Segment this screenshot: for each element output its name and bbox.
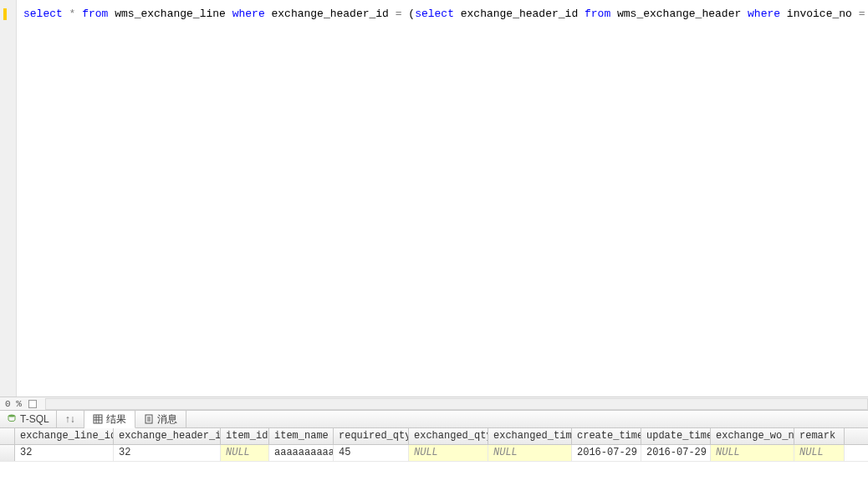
lang-indicator[interactable]: T-SQL — [0, 411, 57, 427]
column-header[interactable]: exchanged_qty — [409, 428, 488, 444]
table-cell[interactable]: NULL — [221, 445, 269, 461]
sql-text-line[interactable]: select * from wms_exchange_line where ex… — [23, 8, 868, 21]
sql-token: wms_exchange_header — [610, 8, 748, 20]
sql-token: select — [23, 8, 63, 20]
table-cell[interactable]: NULL — [488, 445, 572, 461]
grid-header-row: exchange_line_idexchange_header_iditem_i… — [0, 428, 868, 445]
sql-token: exchange_header_id — [265, 8, 396, 20]
row-handle[interactable] — [0, 445, 15, 461]
column-header[interactable]: exchanged_time — [488, 428, 572, 444]
table-cell[interactable]: 32 — [114, 445, 221, 461]
sql-token: exchange_header_id — [454, 8, 585, 20]
zoom-level: 0 % — [0, 399, 27, 409]
table-cell[interactable]: 2016-07-29 — [572, 445, 641, 461]
sql-token: = — [396, 8, 409, 20]
results-grid[interactable]: exchange_line_idexchange_header_iditem_i… — [0, 428, 868, 462]
db-icon — [7, 413, 17, 426]
svg-rect-1 — [94, 415, 102, 423]
lang-label: T-SQL — [20, 413, 49, 425]
table-cell[interactable]: aaaaaaaaaa — [269, 445, 334, 461]
sql-token: invoice_no — [780, 8, 859, 20]
grid-icon — [93, 414, 103, 424]
grid-body: 3232NULLaaaaaaaaaa45NULLNULL2016-07-2920… — [0, 445, 868, 462]
table-cell[interactable]: NULL — [409, 445, 488, 461]
sql-token: = — [859, 8, 868, 20]
column-header[interactable]: exchange_line_id — [15, 428, 114, 444]
sql-token: select — [415, 8, 454, 20]
table-cell[interactable]: 2016-07-29 — [641, 445, 711, 461]
sql-token: wms_exchange_line — [108, 8, 232, 20]
editor-status-bar: 0 % — [0, 396, 868, 410]
table-cell[interactable]: NULL — [794, 445, 845, 461]
column-header[interactable]: item_name — [269, 428, 334, 444]
sort-indicator[interactable]: ↑↓ — [57, 411, 84, 427]
results-tabs: T-SQL ↑↓ 结果 消息 — [0, 410, 868, 428]
column-header[interactable]: required_qty — [334, 428, 409, 444]
column-header[interactable]: remark — [794, 428, 845, 444]
sort-arrows: ↑↓ — [65, 413, 75, 425]
tab-messages-label: 消息 — [157, 412, 177, 427]
column-header[interactable]: item_id — [221, 428, 269, 444]
svg-point-0 — [8, 414, 15, 417]
sql-token: from — [585, 8, 610, 20]
table-cell[interactable]: NULL — [711, 445, 794, 461]
table-row[interactable]: 3232NULLaaaaaaaaaa45NULLNULL2016-07-2920… — [0, 445, 868, 462]
line-marker — [3, 8, 7, 20]
tab-messages[interactable]: 消息 — [135, 411, 186, 427]
sql-token: where — [748, 8, 780, 20]
corner-handle[interactable] — [0, 428, 15, 444]
column-header[interactable]: exchange_header_id — [114, 428, 221, 444]
sql-token: * — [63, 8, 82, 20]
tab-results-label: 结果 — [106, 412, 126, 427]
table-cell[interactable]: 32 — [15, 445, 114, 461]
page-icon — [144, 414, 154, 424]
column-header[interactable]: exchange_wo_no — [711, 428, 794, 444]
sql-editor[interactable]: select * from wms_exchange_line where ex… — [0, 0, 868, 410]
zoom-slider-handle[interactable] — [28, 400, 37, 408]
sql-token: where — [232, 8, 265, 20]
table-cell[interactable]: 45 — [334, 445, 409, 461]
horizontal-scrollbar[interactable] — [45, 398, 868, 410]
sql-token: ( — [408, 8, 415, 20]
editor-gutter — [0, 0, 17, 410]
sql-token: from — [82, 8, 108, 20]
column-header[interactable]: update_time — [641, 428, 711, 444]
column-header[interactable]: create_time — [572, 428, 641, 444]
tab-results[interactable]: 结果 — [84, 411, 135, 428]
